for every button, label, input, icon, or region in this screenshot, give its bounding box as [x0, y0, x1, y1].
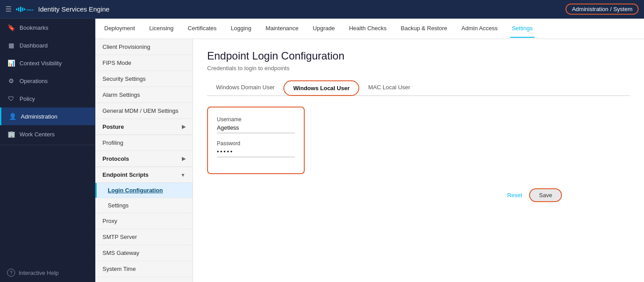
sidebar-label-interactive-help: Interactive Help: [19, 270, 59, 276]
actions-bar: Reset Save: [207, 188, 562, 202]
sub-child-login-configuration[interactable]: Login Configuration: [95, 183, 192, 198]
nav-admin-access[interactable]: Admin Access: [459, 20, 499, 38]
sidebar-label-context-visibility: Context Visibility: [20, 60, 62, 67]
right-area: Deployment Licensing Certificates Loggin…: [95, 19, 644, 282]
sidebar-label-dashboard: Dashboard: [20, 42, 48, 49]
sidebar-label-operations: Operations: [20, 78, 48, 84]
sub-section-posture-label: Posture: [102, 123, 124, 130]
sidebar-item-dashboard[interactable]: ▦ Dashboard: [0, 36, 95, 54]
sidebar-item-administration[interactable]: 👤 Administration: [0, 107, 95, 125]
svg-rect-1: [18, 8, 20, 11]
sub-item-alarm-settings[interactable]: Alarm Settings: [95, 87, 192, 103]
page-title: Endpoint Login Configuration: [207, 50, 630, 62]
sidebar-item-interactive-help[interactable]: ? Interactive Help: [0, 263, 95, 282]
nav-settings[interactable]: Settings: [510, 20, 534, 38]
top-bar: ☰ cisco Identity Services Engine Adminis…: [0, 0, 644, 19]
context-visibility-icon: 📊: [7, 60, 15, 67]
endpoint-scripts-expand-icon: ▼: [181, 172, 185, 178]
sidebar-item-operations[interactable]: ⚙ Operations: [0, 72, 95, 90]
sidebar-item-policy[interactable]: 🛡 Policy: [0, 90, 95, 107]
cisco-logo-svg: cisco: [16, 5, 34, 14]
reset-button[interactable]: Reset: [507, 192, 522, 199]
main-container: 🔖 Bookmarks ▦ Dashboard 📊 Context Visibi…: [0, 19, 644, 282]
sub-item-smtp-server[interactable]: SMTP Server: [95, 229, 192, 245]
administration-icon: 👤: [8, 113, 16, 120]
sub-item-security-settings[interactable]: Security Settings: [95, 71, 192, 87]
content-tabs: Windows Domain User Windows Local User M…: [207, 80, 630, 96]
hamburger-icon[interactable]: ☰: [5, 5, 12, 13]
nav-maintenance[interactable]: Maintenance: [264, 20, 300, 38]
posture-expand-icon: ▶: [182, 124, 185, 130]
app-title: Identity Services Engine: [38, 5, 110, 13]
svg-text:cisco: cisco: [27, 8, 34, 11]
nav-health-checks[interactable]: Health Checks: [347, 20, 389, 38]
sidebar-item-context-visibility[interactable]: 📊 Context Visibility: [0, 54, 95, 72]
policy-icon: 🛡: [7, 95, 15, 102]
sidebar-divider: [0, 145, 95, 145]
sidebar-label-bookmarks: Bookmarks: [20, 24, 48, 31]
sub-item-system-time[interactable]: System Time: [95, 261, 192, 277]
tab-windows-domain[interactable]: Windows Domain User: [207, 80, 283, 96]
sidebar-label-administration: Administration: [21, 113, 57, 120]
username-field: Username Agetless: [217, 116, 295, 133]
username-value[interactable]: Agetless: [217, 124, 295, 133]
sub-item-sms-gateway[interactable]: SMS Gateway: [95, 245, 192, 261]
sub-section-protocols-label: Protocols: [102, 155, 129, 162]
content-wrapper: Client Provisioning FIPS Mode Security S…: [95, 39, 644, 282]
tab-windows-local[interactable]: Windows Local User: [283, 80, 359, 96]
cisco-logo: cisco: [16, 5, 34, 14]
actions-container: Reset Save: [207, 188, 562, 202]
secondary-nav: Deployment Licensing Certificates Loggin…: [95, 19, 644, 39]
username-label: Username: [217, 116, 295, 123]
sub-section-endpoint-scripts-label: Endpoint Scripts: [102, 171, 149, 178]
nav-certificates[interactable]: Certificates: [186, 20, 218, 38]
sub-item-profiling[interactable]: Profiling: [95, 135, 192, 151]
sub-item-api-settings[interactable]: API Settings: [95, 277, 192, 282]
svg-rect-4: [24, 8, 25, 10]
sub-child-settings[interactable]: Settings: [95, 198, 192, 213]
sub-item-mdm-settings[interactable]: General MDM / UEM Settings: [95, 103, 192, 119]
protocols-expand-icon: ▶: [182, 156, 185, 162]
sub-section-endpoint-scripts[interactable]: Endpoint Scripts ▼: [95, 167, 192, 183]
bookmark-icon: 🔖: [7, 24, 15, 31]
nav-upgrade[interactable]: Upgrade: [311, 20, 337, 38]
nav-backup-restore[interactable]: Backup & Restore: [399, 20, 449, 38]
password-field: Password •••••: [217, 140, 295, 157]
nav-licensing[interactable]: Licensing: [147, 20, 175, 38]
sub-item-proxy[interactable]: Proxy: [95, 213, 192, 229]
left-sidebar: 🔖 Bookmarks ▦ Dashboard 📊 Context Visibi…: [0, 19, 95, 282]
sub-sidebar: Client Provisioning FIPS Mode Security S…: [95, 39, 193, 282]
password-value[interactable]: •••••: [217, 148, 295, 157]
sidebar-item-work-centers[interactable]: 🏢 Work Centers: [0, 125, 95, 143]
sub-item-client-provisioning[interactable]: Client Provisioning: [95, 39, 192, 55]
svg-rect-3: [22, 8, 24, 11]
sidebar-item-bookmarks[interactable]: 🔖 Bookmarks: [0, 19, 95, 36]
svg-rect-2: [20, 7, 21, 12]
work-centers-icon: 🏢: [7, 131, 15, 138]
password-label: Password: [217, 140, 295, 147]
form-box: Username Agetless Password •••••: [207, 107, 305, 174]
dashboard-icon: ▦: [7, 42, 15, 49]
sub-item-fips-mode[interactable]: FIPS Mode: [95, 55, 192, 71]
page-subtitle: Credentials to login to endpoints: [207, 65, 630, 71]
nav-logging[interactable]: Logging: [229, 20, 253, 38]
sub-section-protocols[interactable]: Protocols ▶: [95, 151, 192, 167]
main-content: Endpoint Login Configuration Credentials…: [193, 39, 644, 282]
save-button[interactable]: Save: [529, 188, 562, 202]
nav-deployment[interactable]: Deployment: [102, 20, 137, 38]
top-bar-right: Administration / System: [565, 4, 639, 15]
top-bar-left: ☰ cisco Identity Services Engine: [5, 5, 110, 14]
help-icon: ?: [7, 269, 15, 277]
sidebar-label-policy: Policy: [20, 95, 35, 102]
operations-icon: ⚙: [7, 77, 15, 84]
svg-rect-0: [16, 8, 17, 10]
tab-mac-local[interactable]: MAC Local User: [359, 80, 419, 96]
sidebar-label-work-centers: Work Centers: [20, 131, 55, 138]
admin-system-badge: Administration / System: [565, 4, 639, 15]
sub-section-posture[interactable]: Posture ▶: [95, 119, 192, 135]
